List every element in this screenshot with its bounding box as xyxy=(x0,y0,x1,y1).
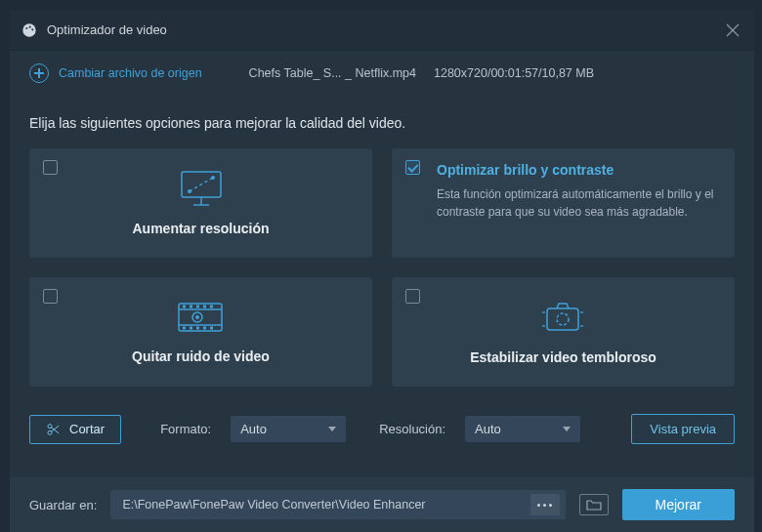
save-path-text: E:\FonePaw\FonePaw Video Converter\Video… xyxy=(122,498,522,512)
preview-button[interactable]: Vista previa xyxy=(631,414,735,444)
svg-rect-22 xyxy=(196,327,199,330)
svg-rect-21 xyxy=(190,327,192,330)
resolution-value: Auto xyxy=(475,422,501,436)
palette-icon xyxy=(21,22,37,38)
resolution-label: Resolución: xyxy=(379,422,445,436)
svg-point-11 xyxy=(211,176,215,180)
checkmark-icon xyxy=(407,161,418,172)
preview-label: Vista previa xyxy=(650,422,716,436)
change-source-label: Cambiar archivo de origen xyxy=(59,66,202,80)
svg-point-3 xyxy=(31,28,33,30)
card-brightness-contrast[interactable]: Optimizar brillo y contraste Esta funció… xyxy=(392,148,735,258)
source-filename: Chefs Table_ S... _ Netflix.mp4 xyxy=(249,66,416,80)
card-denoise-title: Quitar ruido de video xyxy=(132,348,270,364)
card-remove-noise[interactable]: Quitar ruido de video xyxy=(29,277,372,387)
camera-shake-icon xyxy=(539,299,586,336)
format-label: Formato: xyxy=(160,422,211,436)
svg-point-26 xyxy=(195,315,199,319)
options-toolbar: Cortar Formato: Auto Resolución: Auto Vi… xyxy=(10,387,754,462)
modal-title: Optimizador de video xyxy=(47,22,723,37)
change-source-button[interactable]: Cambiar archivo de origen xyxy=(29,63,202,83)
svg-line-9 xyxy=(190,178,213,191)
card-brightness-title: Optimizar brillo y contraste xyxy=(437,162,717,178)
plus-circle-icon xyxy=(29,63,49,83)
svg-point-28 xyxy=(557,313,569,325)
footer-bar: Guardar en: E:\FonePaw\FonePaw Video Con… xyxy=(10,477,754,532)
chevron-down-icon xyxy=(328,427,336,431)
svg-point-2 xyxy=(29,25,31,27)
svg-rect-20 xyxy=(183,327,186,330)
folder-icon xyxy=(586,499,602,511)
svg-rect-15 xyxy=(183,306,186,308)
browse-path-button[interactable] xyxy=(530,494,560,515)
checkbox-denoise[interactable] xyxy=(43,289,58,304)
svg-rect-24 xyxy=(210,327,213,330)
titlebar: Optimizador de video xyxy=(10,10,754,51)
checkbox-upscale[interactable] xyxy=(43,160,58,175)
svg-rect-19 xyxy=(210,306,213,308)
format-dropdown[interactable]: Auto xyxy=(231,416,346,442)
film-noise-icon xyxy=(177,300,224,335)
format-value: Auto xyxy=(240,422,267,436)
svg-rect-17 xyxy=(196,306,199,308)
save-path-field[interactable]: E:\FonePaw\FonePaw Video Converter\Video… xyxy=(110,490,565,519)
card-stabilize-title: Estabilizar video tembloroso xyxy=(470,349,656,365)
checkbox-stabilize[interactable] xyxy=(405,289,420,304)
card-stabilize-video[interactable]: Estabilizar video tembloroso xyxy=(392,277,735,387)
card-upscale-title: Aumentar resolución xyxy=(132,221,269,236)
card-brightness-desc: Esta función optimizará automáticamente … xyxy=(437,185,717,221)
save-in-label: Guardar en: xyxy=(29,498,97,512)
close-icon xyxy=(726,23,740,37)
scissors-icon xyxy=(46,422,62,437)
svg-point-10 xyxy=(188,189,191,193)
svg-rect-23 xyxy=(203,327,206,330)
monitor-upscale-icon xyxy=(180,170,223,207)
svg-point-1 xyxy=(25,26,27,28)
close-button[interactable] xyxy=(723,20,742,40)
chevron-down-icon xyxy=(563,427,571,431)
source-filemeta: 1280x720/00:01:57/10,87 MB xyxy=(434,66,594,80)
cut-label: Cortar xyxy=(69,422,105,436)
video-optimizer-modal: Optimizador de video Cambiar archivo de … xyxy=(10,10,754,532)
svg-point-0 xyxy=(22,23,35,36)
resolution-dropdown[interactable]: Auto xyxy=(465,416,580,442)
svg-rect-27 xyxy=(547,308,578,330)
cut-button[interactable]: Cortar xyxy=(29,415,121,444)
enhance-label: Mejorar xyxy=(656,497,701,512)
file-info-bar: Cambiar archivo de origen Chefs Table_ S… xyxy=(10,51,754,96)
instructions-text: Elija las siguientes opciones para mejor… xyxy=(29,115,735,131)
checkbox-brightness[interactable] xyxy=(405,160,420,175)
svg-rect-16 xyxy=(190,306,192,308)
open-folder-button[interactable] xyxy=(579,494,609,515)
enhance-button[interactable]: Mejorar xyxy=(622,489,735,520)
svg-rect-18 xyxy=(203,306,206,308)
card-upscale-resolution[interactable]: Aumentar resolución xyxy=(29,148,372,258)
